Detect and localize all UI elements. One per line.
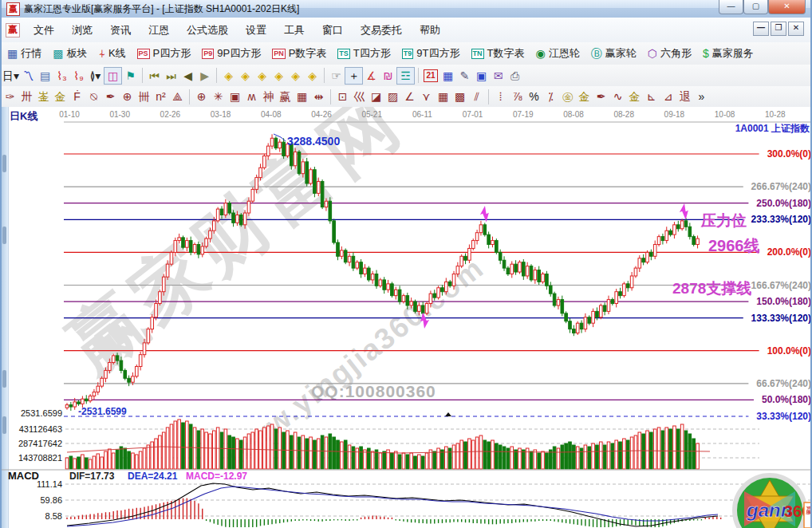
draw-icon-31[interactable]: ⦙ — [492, 89, 509, 104]
draw-icon-6[interactable]: ✒ — [102, 89, 119, 104]
child-control-1[interactable]: ❐ — [771, 22, 786, 36]
tool-icon-29[interactable]: ✎ — [456, 68, 473, 84]
draw-icon-38[interactable]: ∿ — [609, 89, 626, 104]
tool-icon-0[interactable]: 日▾ — [2, 68, 20, 84]
menu-item-4[interactable]: 公式选股 — [178, 20, 237, 41]
draw-icon-34[interactable]: ⁒ — [542, 89, 559, 104]
tool-icon-28[interactable]: ▦ — [440, 68, 456, 84]
draw-icon-21[interactable]: ⊡ — [334, 89, 351, 104]
menu-item-1[interactable]: 浏览 — [63, 20, 101, 41]
minimize-button[interactable]: — — [719, 0, 743, 14]
draw-icon-9[interactable]: n² — [152, 89, 169, 104]
title-bar[interactable]: 赢 赢家江恩专业版[赢家服务平台] - [上证指数 SH1A0001-202日K… — [2, 0, 810, 18]
draw-icon-16[interactable]: 神 — [260, 89, 277, 104]
toolbar-button-P数字表[interactable]: PNP数字表 — [266, 45, 332, 62]
chart-area[interactable]: 赢家财富网www.yingjia360.comQQ:10080036001-10… — [2, 107, 812, 528]
draw-icon-29[interactable]: ⫽ — [468, 89, 485, 104]
draw-icon-8[interactable]: 卌 — [136, 89, 152, 104]
draw-icon-15[interactable]: ʍ — [243, 89, 260, 104]
tool-icon-17[interactable]: ◈ — [270, 68, 287, 84]
menu-item-8[interactable]: 交易委托 — [352, 20, 411, 41]
tool-icon-15[interactable]: ◈ — [237, 68, 254, 84]
close-button[interactable]: ✕ — [768, 0, 806, 14]
menu-item-0[interactable]: 文件 — [25, 20, 63, 41]
draw-icon-22[interactable]: 巛 — [351, 89, 368, 104]
draw-icon-1[interactable]: 卅 — [18, 89, 35, 104]
draw-icon-28[interactable]: ▩ — [451, 89, 468, 104]
tool-icon-2[interactable]: ▤ — [37, 68, 53, 84]
toolbar-button-T四方形[interactable]: TST四方形 — [332, 45, 396, 62]
tool-icon-9[interactable]: ⏮ — [146, 68, 163, 84]
tool-icon-21[interactable]: ☞ — [328, 68, 345, 84]
draw-icon-23[interactable]: ◪ — [368, 89, 384, 104]
toolbar-button-行情[interactable]: ▦行情 — [2, 45, 47, 62]
tool-icon-22[interactable]: ＋ — [345, 67, 363, 85]
draw-icon-0[interactable]: ✑ — [2, 89, 18, 104]
tool-icon-6[interactable]: ◫ — [104, 67, 122, 85]
draw-icon-26[interactable]: ⋎ — [418, 89, 435, 104]
draw-icon-41[interactable]: ⊿ — [660, 89, 676, 104]
toolbar-button-赢家服务[interactable]: $赢家服务 — [697, 45, 759, 62]
child-control-0[interactable]: — — [753, 22, 769, 36]
toolbar-button-9T四方形[interactable]: T99T四方形 — [396, 45, 466, 62]
draw-icon-17[interactable]: 赢 — [277, 89, 294, 104]
draw-icon-18[interactable]: ▦ — [294, 89, 310, 104]
tool-icon-25[interactable]: ☲ — [396, 67, 415, 85]
draw-icon-12[interactable]: ⊕ — [193, 89, 210, 104]
tool-icon-7[interactable]: ⚑ — [122, 68, 139, 84]
draw-icon-24[interactable]: ▨ — [384, 89, 401, 104]
toolbar-button-六角形[interactable]: ⬡六角形 — [642, 45, 697, 62]
menu-item-2[interactable]: 资讯 — [101, 20, 140, 41]
draw-icon-37[interactable]: ✒ — [593, 89, 609, 104]
tool-icon-14[interactable]: ◈ — [220, 68, 237, 84]
toolbar-button-赢家轮[interactable]: Ⓑ赢家轮 — [585, 45, 642, 62]
draw-icon-35[interactable]: ㊎ — [559, 89, 576, 104]
draw-icon-2[interactable]: 崟 — [35, 89, 52, 104]
tool-icon-18[interactable]: ◈ — [287, 68, 304, 84]
draw-icon-32[interactable]: ⅞ — [509, 89, 526, 104]
draw-icon-10[interactable]: ⟁ — [169, 89, 186, 104]
toolbar-button-P四方形[interactable]: PSP四方形 — [132, 45, 197, 62]
draw-icon-5[interactable]: ⍉ — [85, 89, 102, 104]
tool-icon-30[interactable]: ▣ — [473, 68, 490, 84]
menu-item-7[interactable]: 窗口 — [313, 20, 352, 41]
child-control-2[interactable]: ✕ — [788, 22, 804, 36]
menu-item-3[interactable]: 江恩 — [140, 20, 178, 41]
tool-icon-11[interactable]: ◀ — [179, 68, 196, 84]
maximize-button[interactable]: ▢ — [743, 0, 768, 14]
tool-icon-24[interactable]: ₪ — [380, 68, 396, 84]
toolbar-button-江恩轮[interactable]: ◉江恩轮 — [530, 45, 585, 62]
tool-icon-4[interactable]: ⌇₉ — [70, 68, 87, 84]
tool-icon-31[interactable]: ✉ — [490, 68, 507, 84]
tool-icon-12[interactable]: ▶ — [196, 68, 213, 84]
draw-icon-27[interactable]: ▦ — [435, 89, 451, 104]
menu-item-9[interactable]: 帮助 — [411, 20, 449, 41]
draw-icon-25[interactable]: ∠ — [401, 89, 418, 104]
tool-icon-3[interactable]: ⌇₃ — [53, 68, 70, 84]
draw-icon-40[interactable]: ⊾ — [643, 89, 660, 104]
toolbar-button-K线[interactable]: ⍭K线 — [93, 45, 131, 62]
menu-item-6[interactable]: 工具 — [275, 20, 313, 41]
tool-icon-10[interactable]: ⏭ — [163, 68, 179, 84]
tool-icon-1[interactable]: 〽 — [20, 68, 37, 84]
draw-icon-7[interactable]: ⊕ — [119, 89, 136, 104]
toolbar-button-板块[interactable]: ▩板块 — [47, 45, 93, 62]
tool-icon-27[interactable]: 21 — [424, 69, 438, 82]
draw-icon-3[interactable]: 金 — [52, 89, 69, 104]
draw-icon-13[interactable]: ✳ — [210, 89, 227, 104]
tool-icon-5[interactable]: ≬▾ — [87, 68, 104, 84]
toolbar-button-9P四方形[interactable]: P99P四方形 — [196, 45, 266, 62]
draw-icon-33[interactable]: % — [526, 89, 542, 104]
draw-icon-42[interactable]: 退 — [676, 89, 693, 104]
tool-icon-23[interactable]: ∡ — [363, 68, 380, 84]
draw-icon-19[interactable]: ⇹ — [310, 89, 327, 104]
draw-icon-4[interactable]: Ḟ — [69, 89, 85, 104]
tool-icon-32[interactable]: ⎙ — [507, 68, 523, 84]
draw-icon-14[interactable]: ▣ — [227, 89, 243, 104]
draw-icon-36[interactable]: 金 — [576, 89, 593, 104]
tool-icon-19[interactable]: ◈ — [304, 68, 321, 84]
toolbar-button-T数字表[interactable]: TNT数字表 — [466, 45, 530, 62]
menu-item-5[interactable]: 设置 — [237, 20, 275, 41]
tool-icon-16[interactable]: ◈ — [254, 68, 270, 84]
draw-icon-43[interactable]: » — [693, 89, 710, 104]
